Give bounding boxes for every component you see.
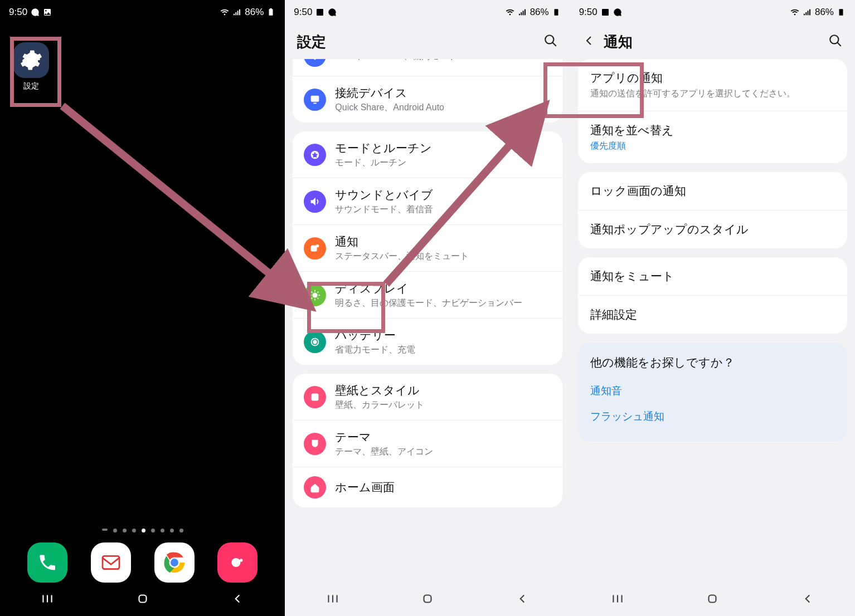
settings-item-battery[interactable]: バッテリー省電力モード、充電 — [293, 318, 562, 365]
svg-line-28 — [312, 291, 313, 292]
status-bar: 9:50 86% — [570, 0, 855, 25]
list-item-title: ディスプレイ — [335, 281, 522, 296]
svg-point-8 — [232, 558, 241, 567]
settings-header: 設定 — [285, 25, 570, 59]
svg-rect-4 — [103, 556, 119, 569]
notif-item-mute[interactable]: 通知をミュート — [578, 257, 847, 295]
search-icon[interactable] — [543, 33, 558, 50]
list-item-title: サウンドとバイブ — [335, 187, 433, 203]
list-item-title: アプリの通知 — [590, 70, 835, 86]
notif-item-popup-style[interactable]: 通知ポップアップのスタイル — [578, 210, 847, 248]
svg-rect-34 — [312, 393, 319, 400]
back-icon[interactable] — [582, 34, 596, 50]
list-item-title: バッテリー — [335, 327, 415, 343]
image-icon — [43, 8, 52, 17]
recents-button[interactable] — [326, 591, 340, 608]
recents-button[interactable] — [610, 591, 625, 608]
status-bar: 9:50 86% — [285, 0, 570, 25]
home-button[interactable] — [705, 591, 720, 608]
back-button[interactable] — [515, 591, 529, 608]
svg-line-17 — [552, 42, 556, 46]
home-icon — [304, 476, 326, 498]
gear-icon — [20, 48, 43, 72]
svg-rect-19 — [314, 102, 317, 104]
svg-rect-18 — [311, 95, 319, 101]
wifi-circle-icon — [304, 59, 326, 67]
list-item-sub: WI-FI、Bluetooth、機内モード — [335, 59, 457, 62]
settings-item-notifications[interactable]: 通知ステータスバー、通知をミュート — [293, 224, 562, 271]
list-item-link: 優先度順 — [590, 140, 835, 152]
svg-line-42 — [837, 42, 841, 46]
notif-item-lockscreen[interactable]: ロック画面の通知 — [578, 172, 847, 210]
back-button[interactable] — [230, 591, 245, 608]
list-item-sub: テーマ、壁紙、アイコン — [335, 446, 433, 458]
settings-item-wallpaper[interactable]: 壁紙とスタイル壁紙、カラーパレット — [293, 374, 562, 420]
notif-item-app-notifications[interactable]: アプリの通知 通知の送信を許可するアプリを選択してください。 — [578, 59, 847, 111]
devices-icon — [304, 89, 326, 111]
settings-app-icon[interactable]: 設定 — [13, 42, 49, 91]
more-link-sound[interactable]: 通知音 — [590, 378, 835, 404]
list-item-title: ホーム画面 — [335, 480, 395, 495]
status-battery: 86% — [815, 7, 834, 18]
battery-icon — [552, 8, 561, 17]
notification-icon — [304, 237, 326, 260]
list-item-title: 通知をミュート — [590, 268, 835, 284]
battery-icon — [267, 8, 276, 17]
notif-item-advanced[interactable]: 詳細設定 — [578, 295, 847, 334]
navigation-bar — [0, 584, 285, 616]
page-indicator[interactable] — [0, 529, 285, 532]
notifications-title: 通知 — [604, 32, 633, 52]
tutorial-triptych: 9:50 86% — [0, 0, 855, 616]
svg-point-7 — [169, 558, 179, 568]
settings-title: 設定 — [297, 32, 326, 52]
search-icon[interactable] — [828, 33, 843, 50]
chat-icon — [328, 8, 337, 17]
camera-app-icon[interactable] — [217, 542, 258, 583]
settings-list-panel: 9:50 86% 設定 WI-FI、Bluetooth、機内モード — [285, 0, 570, 616]
home-button[interactable] — [135, 591, 150, 608]
list-item-sub: Quick Share、Android Auto — [335, 102, 444, 114]
phone-app-icon[interactable] — [27, 542, 67, 583]
status-time: 9:50 — [579, 7, 597, 18]
svg-rect-3 — [270, 8, 273, 9]
display-icon — [304, 284, 326, 306]
settings-item-homescreen[interactable]: ホーム画面 — [293, 467, 562, 507]
svg-point-23 — [313, 292, 318, 297]
more-link-flash[interactable]: フラッシュ通知 — [590, 404, 835, 429]
chrome-app-icon[interactable] — [154, 542, 195, 583]
list-item-sub: 通知の送信を許可するアプリを選択してください。 — [590, 88, 835, 100]
wifi-icon — [506, 8, 514, 17]
wifi-icon — [790, 8, 799, 17]
status-bar: 9:50 86% — [0, 0, 285, 25]
settings-item-modes[interactable]: モードとルーチンモード、ルーチン — [293, 131, 562, 178]
svg-rect-14 — [317, 9, 323, 16]
notif-item-sort[interactable]: 通知を並べ替え 優先度順 — [578, 111, 847, 163]
list-item-sub: 省電力モード、充電 — [335, 344, 415, 356]
more-features-card: 他の機能をお探しですか？ 通知音 フラッシュ通知 — [578, 343, 847, 442]
settings-list[interactable]: WI-FI、Bluetooth、機内モード 接続デバイスQuick Share、… — [293, 59, 562, 584]
list-item-title: 接続デバイス — [335, 85, 444, 101]
status-time: 9:50 — [9, 7, 27, 18]
settings-item-devices[interactable]: 接続デバイスQuick Share、Android Auto — [293, 76, 562, 123]
signal-icon — [518, 8, 527, 17]
settings-item-display[interactable]: ディスプレイ明るさ、目の保護モード、ナビゲーションバー — [293, 271, 562, 318]
home-button[interactable] — [420, 591, 435, 608]
notifications-list[interactable]: アプリの通知 通知の送信を許可するアプリを選択してください。 通知を並べ替え 優… — [578, 59, 847, 584]
list-item-title: 通知を並べ替え — [590, 123, 835, 138]
svg-point-1 — [45, 10, 47, 12]
notifications-header: 通知 — [570, 25, 855, 59]
status-battery: 86% — [530, 7, 549, 18]
battery-icon — [837, 8, 846, 17]
svg-line-30 — [312, 297, 313, 299]
back-button[interactable] — [800, 591, 815, 608]
settings-item-themes[interactable]: テーマテーマ、壁紙、アイコン — [293, 420, 562, 467]
image-icon — [601, 8, 610, 17]
mail-app-icon[interactable] — [91, 542, 131, 583]
settings-item-sound[interactable]: サウンドとバイブサウンドモード、着信音 — [293, 178, 562, 224]
dock — [0, 542, 285, 583]
svg-rect-46 — [709, 595, 716, 603]
svg-point-9 — [240, 559, 242, 561]
list-item-title: 詳細設定 — [590, 307, 835, 322]
settings-item-connections[interactable]: WI-FI、Bluetooth、機内モード — [293, 59, 562, 76]
recents-button[interactable] — [40, 591, 55, 608]
